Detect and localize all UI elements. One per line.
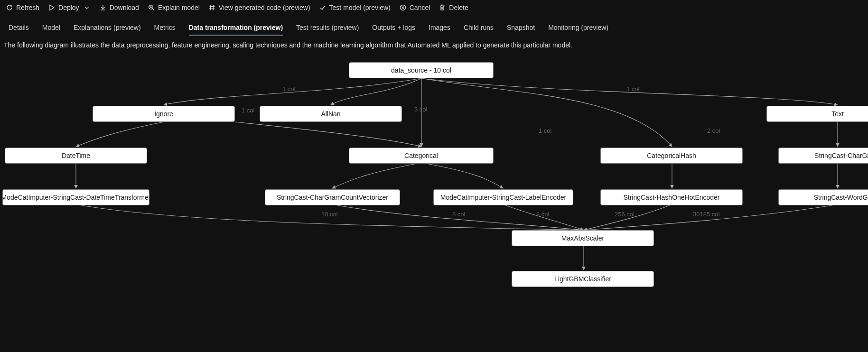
edge-label: 1 col [282, 85, 295, 93]
action-toolbar: Refresh Deploy Download Explain model [0, 0, 868, 14]
node-modecat-labelencoder[interactable]: ModeCatImputer-StringCast-LabelEncoder [433, 189, 573, 205]
test-model-label: Test model (preview) [329, 4, 391, 11]
edge-label: 1 col [539, 127, 551, 134]
node-data-source[interactable]: data_source - 10 col [349, 62, 494, 78]
tab-monitoring[interactable]: Monitoring (preview) [548, 21, 608, 36]
tab-bar: Details Model Explanations (preview) Met… [0, 14, 868, 37]
trash-icon [439, 4, 446, 11]
tab-model[interactable]: Model [42, 21, 60, 36]
refresh-icon [6, 4, 13, 11]
refresh-label: Refresh [16, 4, 39, 11]
refresh-button[interactable]: Refresh [6, 4, 39, 11]
page-description: The following diagram illustrates the da… [0, 37, 868, 49]
delete-button[interactable]: Delete [439, 4, 468, 11]
node-categorical-hash[interactable]: CategoricalHash [600, 148, 743, 164]
edge-label: 30185 col [693, 211, 719, 218]
edge-label: 2 col [707, 127, 720, 134]
hash-icon [208, 4, 216, 11]
edge-label: 8 col [452, 211, 465, 218]
download-label: Download [110, 4, 139, 11]
node-stringcast-chargramcount[interactable]: StringCast-CharGramCountVectorizer [265, 189, 400, 205]
edge-label: 1 col [626, 85, 639, 93]
deploy-label: Deploy [58, 4, 79, 11]
node-lightgbmclassifier[interactable]: LightGBMClassifier [512, 271, 654, 287]
node-allnan[interactable]: AllNan [260, 106, 402, 122]
cancel-label: Cancel [410, 4, 430, 11]
node-datetime[interactable]: DateTime [5, 148, 147, 164]
edge-label: 8 col [536, 211, 549, 218]
edge-label: 3 col [414, 106, 427, 113]
tab-images[interactable]: Images [429, 21, 450, 36]
cancel-button[interactable]: Cancel [399, 4, 430, 11]
node-categorical[interactable]: Categorical [349, 148, 494, 164]
diagram-edges [0, 49, 868, 324]
tab-test-results[interactable]: Test results (preview) [296, 21, 359, 36]
explain-model-button[interactable]: Explain model [148, 4, 200, 11]
tab-snapshot[interactable]: Snapshot [507, 21, 535, 36]
tab-data-transformation[interactable]: Data transformation (preview) [189, 21, 283, 36]
tab-child-runs[interactable]: Child runs [464, 21, 494, 36]
tab-outputs-logs[interactable]: Outputs + logs [372, 21, 415, 36]
cancel-icon [399, 4, 407, 11]
download-icon [99, 4, 107, 11]
play-icon [48, 4, 56, 11]
tab-details[interactable]: Details [9, 21, 29, 36]
tab-metrics[interactable]: Metrics [154, 21, 176, 36]
tab-explanations[interactable]: Explanations (preview) [74, 21, 141, 36]
node-stringcast-chargram-tf[interactable]: StringCast-CharGramTf [778, 148, 868, 164]
explain-model-label: Explain model [158, 4, 200, 11]
edge-label: 1 col [242, 107, 254, 114]
test-model-button[interactable]: Test model (preview) [319, 4, 391, 11]
node-text[interactable]: Text [766, 106, 868, 122]
magnifier-plus-icon [148, 4, 155, 11]
check-icon [319, 4, 327, 11]
node-modecat-datetime[interactable]: ModeCatImputer-StringCast-DateTimeTransf… [2, 189, 149, 205]
edge-label: 256 col [615, 211, 635, 218]
node-stringcast-hashonehot[interactable]: StringCast-HashOneHotEncoder [600, 189, 743, 205]
node-stringcast-wordgram-tf[interactable]: StringCast-WordGramTf [778, 189, 868, 205]
node-ignore[interactable]: Ignore [93, 106, 235, 122]
node-maxabsscaler[interactable]: MaxAbsScaler [512, 230, 654, 246]
delete-label: Delete [449, 4, 468, 11]
data-transformation-diagram: data_source - 10 col Ignore AllNan Text … [0, 49, 868, 324]
deploy-button[interactable]: Deploy [48, 4, 91, 11]
view-code-button[interactable]: View generated code (preview) [208, 4, 310, 11]
download-button[interactable]: Download [99, 4, 139, 11]
view-code-label: View generated code (preview) [219, 4, 310, 11]
chevron-down-icon [83, 4, 91, 11]
edge-label: 10 col [321, 211, 338, 218]
